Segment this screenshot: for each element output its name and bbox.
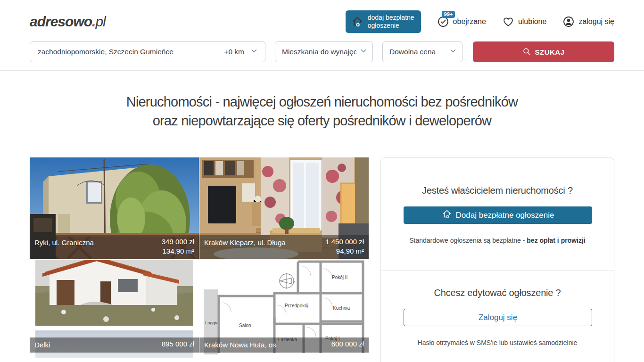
login-label: zaloguj się <box>578 17 614 26</box>
owner-section: Jesteś właścicielem nieruchomości ? Doda… <box>381 158 614 244</box>
listing-location: Ryki, ul. Graniczna <box>34 237 94 247</box>
chevron-down-icon <box>449 47 457 57</box>
header-divider <box>0 70 644 71</box>
chevron-down-icon <box>359 47 368 57</box>
favorites-label: ulubione <box>518 17 547 26</box>
listing-tile[interactable]: Loggia <box>199 260 369 358</box>
listing-tile[interactable]: Ryki, ul. Graniczna 349 000 zł134,90 m² <box>30 157 199 259</box>
price-select[interactable]: Dowolna cena <box>382 41 462 62</box>
login-button[interactable]: Zaloguj się <box>404 309 592 326</box>
user-circle-icon <box>562 16 575 28</box>
house-plus-icon <box>351 16 363 28</box>
add-listing-label: dodaj bezpłatneogłoszenie <box>368 14 414 30</box>
main-content: Ryki, ul. Graniczna 349 000 zł134,90 m² <box>30 157 614 362</box>
heart-icon <box>502 16 514 28</box>
listing-location: Delki <box>34 339 50 350</box>
location-value: zachodniopomorskie, Szczecin Gumieńce <box>38 48 173 56</box>
page-title: Nieruchomości - najwięcej ogłoszeń nieru… <box>0 92 644 130</box>
check-circle-icon: 99+ <box>437 16 449 28</box>
listing-overlay: Kraków Kleparz, ul. Długa 1 450 000 zł94… <box>199 235 369 259</box>
listing-price: 895 000 zł <box>162 339 194 349</box>
listing-overlay: Delki 895 000 zł <box>30 337 199 353</box>
listing-location: Kraków Kleparz, ul. Długa <box>204 237 286 247</box>
listing-price: 600 000 zł <box>331 339 364 349</box>
property-type-value: Mieszkania do wynajęc <box>282 48 356 56</box>
listing-tile[interactable]: Kraków Kleparz, ul. Długa 1 450 000 zł94… <box>199 157 369 259</box>
header-nav: dodaj bezpłatneogłoszenie 99+ obejrzane … <box>346 10 614 33</box>
compass-label: z <box>293 280 296 284</box>
listing-price: 349 000 zł <box>162 237 194 247</box>
viewed-label: obejrzane <box>453 17 486 26</box>
search-button-label: SZUKAJ <box>535 48 564 56</box>
owner-heading: Jesteś właścicielem nieruchomości ? <box>404 185 591 196</box>
chevron-down-icon <box>250 47 258 57</box>
room-label-kuchnia: Kuchnia <box>333 305 350 311</box>
add-listing-button[interactable]: dodaj bezpłatneogłoszenie <box>346 10 421 33</box>
nav-item-viewed[interactable]: 99+ obejrzane <box>437 16 486 28</box>
owner-note: Standardowe ogłoszenia są bezpłatne - be… <box>404 237 591 244</box>
photo-frame <box>30 260 199 326</box>
room-label-przedpokoj: Przedpokój <box>285 303 308 308</box>
header: adresowo.pl dodaj bezpłatneogłoszenie 99… <box>0 0 644 41</box>
add-free-listing-button[interactable]: Dodaj bezpłatne ogłoszenie <box>404 206 592 224</box>
price-value: Dowolna cena <box>389 48 436 56</box>
search-bar: zachodniopomorskie, Szczecin Gumieńce +0… <box>0 41 644 62</box>
listing-overlay: Kraków Nowa Huta, os 600 000 zł <box>199 337 369 353</box>
grid-column-right: Kraków Kleparz, ul. Długa 1 450 000 zł94… <box>199 157 369 362</box>
listing-overlay: Ryki, ul. Graniczna 349 000 zł134,90 m² <box>30 235 199 259</box>
room-label-loggia: Loggia <box>205 320 219 325</box>
edit-section: Chcesz edytować ogłoszenie ? Zaloguj się… <box>381 271 614 346</box>
site-logo[interactable]: adresowo.pl <box>30 14 106 30</box>
room-label-salon: Salon <box>239 323 251 328</box>
room-label-pokoj2: Pokój II <box>332 275 347 280</box>
listing-tile[interactable] <box>30 260 199 329</box>
property-type-select[interactable]: Mieszkania do wynajęc <box>275 41 373 62</box>
listing-tile[interactable]: Delki 895 000 zł <box>30 330 199 362</box>
listing-area: 134,90 m² <box>162 247 194 256</box>
nav-item-favorites[interactable]: ulubione <box>502 16 547 28</box>
listing-area: 94,90 m² <box>325 247 364 256</box>
listing-price: 1 450 000 zł <box>325 237 364 247</box>
listing-location: Kraków Nowa Huta, os <box>204 339 276 350</box>
listings-grid: Ryki, ul. Graniczna 349 000 zł134,90 m² <box>30 157 369 362</box>
edit-heading: Chcesz edytować ogłoszenie ? <box>404 288 591 298</box>
add-free-listing-label: Dodaj bezpłatne ogłoszenie <box>456 211 554 220</box>
owner-panel: Jesteś właścicielem nieruchomości ? Doda… <box>380 157 614 362</box>
nav-item-login[interactable]: zaloguj się <box>562 16 614 28</box>
grid-column-left: Ryki, ul. Graniczna 349 000 zł134,90 m² <box>30 157 199 362</box>
edit-note: Hasło otrzymałeś w SMS'ie lub ustawiłeś … <box>404 339 591 346</box>
search-button[interactable]: SZUKAJ <box>473 41 614 62</box>
listing-photo-white-house <box>35 260 193 326</box>
viewed-count-badge: 99+ <box>442 11 455 18</box>
search-icon <box>522 47 531 57</box>
location-input[interactable]: zachodniopomorskie, Szczecin Gumieńce +0… <box>30 41 265 62</box>
radius-value[interactable]: +0 km <box>224 48 244 56</box>
house-plus-icon <box>442 209 452 222</box>
logo-tld: pl <box>95 14 105 29</box>
logo-text: adresowo <box>30 14 92 29</box>
